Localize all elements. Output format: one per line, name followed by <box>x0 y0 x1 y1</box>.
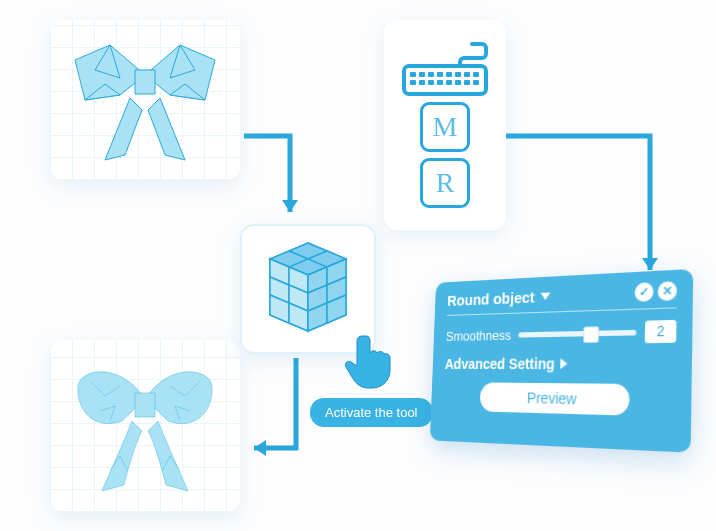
arrow-shortcut-to-panel <box>500 130 680 290</box>
smoothness-label: Smoothness <box>446 327 512 344</box>
output-model-card <box>50 340 240 512</box>
svg-rect-13 <box>446 80 452 85</box>
smoothness-slider[interactable] <box>519 329 637 337</box>
svg-rect-2 <box>419 72 425 77</box>
arrow-input-to-tool <box>238 130 318 230</box>
svg-rect-6 <box>455 72 461 77</box>
round-tool-icon <box>254 235 362 343</box>
svg-rect-1 <box>410 72 416 77</box>
shortcut-key-1: M <box>420 102 470 152</box>
output-model-canvas <box>50 340 240 512</box>
svg-rect-9 <box>410 80 416 85</box>
keyboard-shortcut-card: M R <box>384 20 506 230</box>
activate-tool-label: Activate the tool <box>310 398 433 427</box>
round-object-panel: Round object ✓ ✕ Smoothness 2 Advanced S… <box>433 282 701 452</box>
bow-smoothed-icon <box>50 340 240 512</box>
svg-rect-12 <box>437 80 443 85</box>
smoothness-value[interactable]: 2 <box>645 320 677 343</box>
svg-marker-36 <box>642 258 658 270</box>
keyboard-icon <box>400 42 490 96</box>
svg-rect-7 <box>464 72 470 77</box>
preview-button[interactable]: Preview <box>480 382 630 415</box>
svg-rect-15 <box>464 80 470 85</box>
chevron-right-icon <box>560 358 567 369</box>
svg-rect-4 <box>437 72 443 77</box>
input-model-canvas <box>50 20 240 180</box>
svg-rect-10 <box>419 80 425 85</box>
panel-title-text: Round object <box>447 288 535 309</box>
panel-title[interactable]: Round object <box>447 287 550 309</box>
input-model-card <box>50 20 240 180</box>
advanced-settings-toggle[interactable]: Advanced Setting <box>445 354 676 372</box>
bow-lowpoly-icon <box>50 20 240 180</box>
svg-rect-8 <box>473 72 479 77</box>
arrow-tool-to-output <box>238 352 308 462</box>
svg-rect-14 <box>455 80 461 85</box>
svg-rect-5 <box>446 72 452 77</box>
svg-marker-37 <box>254 440 266 456</box>
svg-marker-35 <box>282 200 298 212</box>
svg-rect-3 <box>428 72 434 77</box>
hand-cursor-icon <box>344 330 400 390</box>
panel-divider <box>447 307 677 316</box>
svg-rect-16 <box>473 80 479 85</box>
shortcut-key-2: R <box>420 158 470 208</box>
svg-rect-0 <box>404 66 486 94</box>
chevron-down-icon <box>540 292 550 300</box>
advanced-label: Advanced Setting <box>445 355 555 372</box>
svg-rect-11 <box>428 80 434 85</box>
